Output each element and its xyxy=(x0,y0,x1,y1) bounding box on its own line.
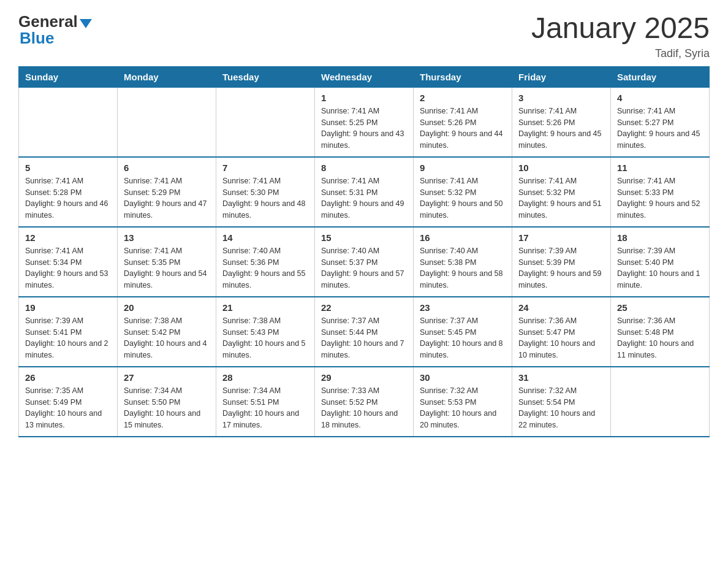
calendar-cell: 17Sunrise: 7:39 AMSunset: 5:39 PMDayligh… xyxy=(512,227,611,297)
day-info: Sunrise: 7:41 AMSunset: 5:25 PMDaylight:… xyxy=(321,105,407,151)
day-number: 21 xyxy=(222,302,308,313)
calendar-table: SundayMondayTuesdayWednesdayThursdayFrid… xyxy=(18,66,710,437)
day-number: 20 xyxy=(124,302,210,313)
calendar-cell: 18Sunrise: 7:39 AMSunset: 5:40 PMDayligh… xyxy=(611,227,710,297)
day-info: Sunrise: 7:37 AMSunset: 5:44 PMDaylight:… xyxy=(321,315,407,361)
weekday-header-tuesday: Tuesday xyxy=(216,66,315,87)
calendar-cell xyxy=(118,87,216,157)
calendar-cell: 31Sunrise: 7:32 AMSunset: 5:54 PMDayligh… xyxy=(512,367,611,437)
calendar-week-3: 12Sunrise: 7:41 AMSunset: 5:34 PMDayligh… xyxy=(19,227,710,297)
day-number: 9 xyxy=(420,163,506,173)
calendar-cell: 3Sunrise: 7:41 AMSunset: 5:26 PMDaylight… xyxy=(512,87,611,157)
day-info: Sunrise: 7:37 AMSunset: 5:45 PMDaylight:… xyxy=(420,315,506,361)
calendar-cell: 27Sunrise: 7:34 AMSunset: 5:50 PMDayligh… xyxy=(118,367,216,437)
weekday-header-monday: Monday xyxy=(118,66,216,87)
day-info: Sunrise: 7:39 AMSunset: 5:40 PMDaylight:… xyxy=(617,245,703,291)
day-number: 28 xyxy=(222,372,308,383)
day-number: 11 xyxy=(617,163,703,173)
weekday-header-wednesday: Wednesday xyxy=(315,66,414,87)
month-title: January 2025 xyxy=(531,12,710,45)
day-number: 13 xyxy=(124,232,210,243)
calendar-cell: 14Sunrise: 7:40 AMSunset: 5:36 PMDayligh… xyxy=(216,227,315,297)
day-info: Sunrise: 7:40 AMSunset: 5:37 PMDaylight:… xyxy=(321,245,407,291)
day-number: 18 xyxy=(617,232,703,243)
day-number: 4 xyxy=(617,93,703,103)
calendar-cell: 22Sunrise: 7:37 AMSunset: 5:44 PMDayligh… xyxy=(315,297,414,367)
day-number: 5 xyxy=(25,163,111,173)
day-info: Sunrise: 7:41 AMSunset: 5:31 PMDaylight:… xyxy=(321,175,407,221)
location-title: Tadif, Syria xyxy=(531,47,710,60)
day-number: 8 xyxy=(321,163,407,173)
calendar-week-4: 19Sunrise: 7:39 AMSunset: 5:41 PMDayligh… xyxy=(19,297,710,367)
day-info: Sunrise: 7:38 AMSunset: 5:43 PMDaylight:… xyxy=(222,315,308,361)
calendar-cell: 5Sunrise: 7:41 AMSunset: 5:28 PMDaylight… xyxy=(19,157,118,227)
calendar-cell: 20Sunrise: 7:38 AMSunset: 5:42 PMDayligh… xyxy=(118,297,216,367)
day-info: Sunrise: 7:41 AMSunset: 5:33 PMDaylight:… xyxy=(617,175,703,221)
calendar-cell xyxy=(216,87,315,157)
calendar-week-1: 1Sunrise: 7:41 AMSunset: 5:25 PMDaylight… xyxy=(19,87,710,157)
day-info: Sunrise: 7:39 AMSunset: 5:41 PMDaylight:… xyxy=(25,315,111,361)
calendar-cell: 25Sunrise: 7:36 AMSunset: 5:48 PMDayligh… xyxy=(611,297,710,367)
day-info: Sunrise: 7:36 AMSunset: 5:47 PMDaylight:… xyxy=(518,315,604,361)
day-info: Sunrise: 7:41 AMSunset: 5:27 PMDaylight:… xyxy=(617,105,703,151)
day-info: Sunrise: 7:32 AMSunset: 5:54 PMDaylight:… xyxy=(518,385,604,431)
logo: General Blue xyxy=(18,12,92,48)
weekday-header-sunday: Sunday xyxy=(19,66,118,87)
calendar-cell xyxy=(19,87,118,157)
day-number: 19 xyxy=(25,302,111,313)
day-info: Sunrise: 7:41 AMSunset: 5:28 PMDaylight:… xyxy=(25,175,111,221)
calendar-cell: 1Sunrise: 7:41 AMSunset: 5:25 PMDaylight… xyxy=(315,87,414,157)
calendar-cell: 16Sunrise: 7:40 AMSunset: 5:38 PMDayligh… xyxy=(414,227,512,297)
calendar-week-2: 5Sunrise: 7:41 AMSunset: 5:28 PMDaylight… xyxy=(19,157,710,227)
day-number: 7 xyxy=(222,163,308,173)
day-info: Sunrise: 7:33 AMSunset: 5:52 PMDaylight:… xyxy=(321,385,407,431)
calendar-cell: 10Sunrise: 7:41 AMSunset: 5:32 PMDayligh… xyxy=(512,157,611,227)
calendar-cell: 2Sunrise: 7:41 AMSunset: 5:26 PMDaylight… xyxy=(414,87,512,157)
day-number: 3 xyxy=(518,93,604,103)
day-number: 6 xyxy=(124,163,210,173)
day-number: 16 xyxy=(420,232,506,243)
calendar-cell: 26Sunrise: 7:35 AMSunset: 5:49 PMDayligh… xyxy=(19,367,118,437)
calendar-cell xyxy=(611,367,710,437)
day-info: Sunrise: 7:35 AMSunset: 5:49 PMDaylight:… xyxy=(25,385,111,431)
day-info: Sunrise: 7:41 AMSunset: 5:29 PMDaylight:… xyxy=(124,175,210,221)
title-area: January 2025 Tadif, Syria xyxy=(531,12,710,60)
day-number: 26 xyxy=(25,372,111,383)
day-number: 23 xyxy=(420,302,506,313)
day-info: Sunrise: 7:41 AMSunset: 5:26 PMDaylight:… xyxy=(420,105,506,151)
day-number: 25 xyxy=(617,302,703,313)
day-number: 12 xyxy=(25,232,111,243)
logo-arrow-icon xyxy=(80,19,92,28)
day-info: Sunrise: 7:40 AMSunset: 5:36 PMDaylight:… xyxy=(222,245,308,291)
calendar-cell: 11Sunrise: 7:41 AMSunset: 5:33 PMDayligh… xyxy=(611,157,710,227)
day-number: 10 xyxy=(518,163,604,173)
calendar-cell: 4Sunrise: 7:41 AMSunset: 5:27 PMDaylight… xyxy=(611,87,710,157)
day-info: Sunrise: 7:39 AMSunset: 5:39 PMDaylight:… xyxy=(518,245,604,291)
day-info: Sunrise: 7:36 AMSunset: 5:48 PMDaylight:… xyxy=(617,315,703,361)
calendar-cell: 30Sunrise: 7:32 AMSunset: 5:53 PMDayligh… xyxy=(414,367,512,437)
logo-blue-text: Blue xyxy=(18,29,54,48)
day-info: Sunrise: 7:34 AMSunset: 5:51 PMDaylight:… xyxy=(222,385,308,431)
weekday-header-saturday: Saturday xyxy=(611,66,710,87)
day-number: 17 xyxy=(518,232,604,243)
calendar-cell: 6Sunrise: 7:41 AMSunset: 5:29 PMDaylight… xyxy=(118,157,216,227)
weekday-header-friday: Friday xyxy=(512,66,611,87)
calendar-cell: 8Sunrise: 7:41 AMSunset: 5:31 PMDaylight… xyxy=(315,157,414,227)
day-info: Sunrise: 7:32 AMSunset: 5:53 PMDaylight:… xyxy=(420,385,506,431)
day-info: Sunrise: 7:41 AMSunset: 5:30 PMDaylight:… xyxy=(222,175,308,221)
day-number: 30 xyxy=(420,372,506,383)
day-info: Sunrise: 7:41 AMSunset: 5:32 PMDaylight:… xyxy=(420,175,506,221)
day-number: 2 xyxy=(420,93,506,103)
day-number: 31 xyxy=(518,372,604,383)
day-info: Sunrise: 7:41 AMSunset: 5:26 PMDaylight:… xyxy=(518,105,604,151)
day-info: Sunrise: 7:38 AMSunset: 5:42 PMDaylight:… xyxy=(124,315,210,361)
calendar-cell: 13Sunrise: 7:41 AMSunset: 5:35 PMDayligh… xyxy=(118,227,216,297)
day-number: 15 xyxy=(321,232,407,243)
calendar-cell: 9Sunrise: 7:41 AMSunset: 5:32 PMDaylight… xyxy=(414,157,512,227)
day-info: Sunrise: 7:40 AMSunset: 5:38 PMDaylight:… xyxy=(420,245,506,291)
calendar-cell: 7Sunrise: 7:41 AMSunset: 5:30 PMDaylight… xyxy=(216,157,315,227)
calendar-cell: 29Sunrise: 7:33 AMSunset: 5:52 PMDayligh… xyxy=(315,367,414,437)
day-number: 1 xyxy=(321,93,407,103)
day-number: 24 xyxy=(518,302,604,313)
page-header: General Blue January 2025 Tadif, Syria xyxy=(18,12,710,60)
